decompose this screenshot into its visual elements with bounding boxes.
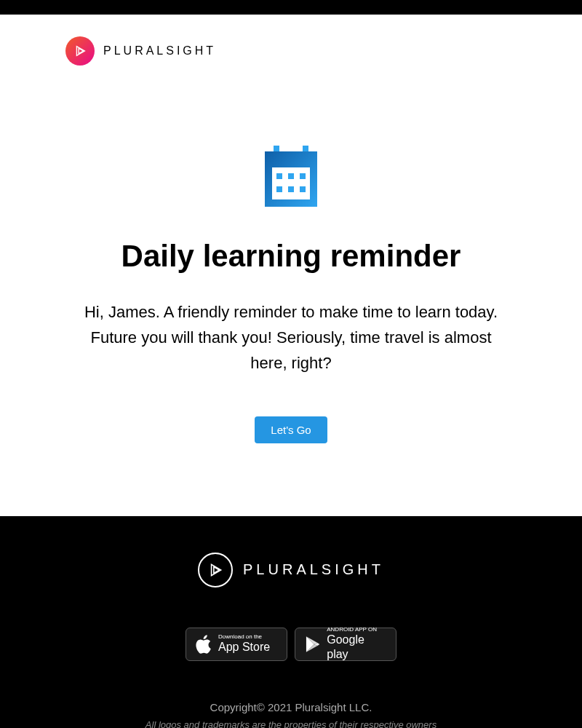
footer-brand-name: PLURALSIGHT <box>243 561 384 578</box>
footer-brand-logo[interactable]: PLURALSIGHT <box>29 553 553 587</box>
body-text: Hi, James. A friendly reminder to make t… <box>44 299 538 376</box>
svg-rect-6 <box>300 173 306 179</box>
lets-go-button[interactable]: Let's Go <box>255 416 327 443</box>
app-store-large-text: App Store <box>218 640 270 654</box>
app-store-small-text: Download on the <box>218 634 270 640</box>
main-content: Daily learning reminder Hi, James. A fri… <box>0 87 582 516</box>
google-play-large-text: Google play <box>327 633 387 660</box>
app-badges: Download on the App Store ANDROID APP ON… <box>29 628 553 661</box>
google-play-small-text: ANDROID APP ON <box>327 627 387 633</box>
header: PLURALSIGHT <box>0 15 582 87</box>
google-play-badge[interactable]: ANDROID APP ON Google play <box>295 628 396 661</box>
svg-rect-3 <box>272 167 310 199</box>
apple-icon <box>195 634 212 654</box>
app-store-badge[interactable]: Download on the App Store <box>186 628 287 661</box>
google-play-icon <box>304 635 321 654</box>
brand-name: PLURALSIGHT <box>103 44 216 58</box>
page-heading: Daily learning reminder <box>44 239 538 274</box>
copyright-text: Copyright© 2021 Pluralsight LLC. <box>29 701 553 713</box>
pluralsight-logo-icon <box>65 36 95 66</box>
top-bar <box>0 0 582 15</box>
svg-rect-5 <box>288 173 294 179</box>
svg-rect-4 <box>276 173 282 179</box>
brand-logo[interactable]: PLURALSIGHT <box>65 36 517 66</box>
trademark-text: All logos and trademarks are the propert… <box>29 719 553 728</box>
svg-rect-7 <box>276 186 282 192</box>
svg-rect-9 <box>300 186 306 192</box>
calendar-icon <box>265 146 317 210</box>
footer: PLURALSIGHT Download on the App Store AN… <box>0 516 582 728</box>
pluralsight-footer-logo-icon <box>198 553 233 587</box>
svg-rect-8 <box>288 186 294 192</box>
